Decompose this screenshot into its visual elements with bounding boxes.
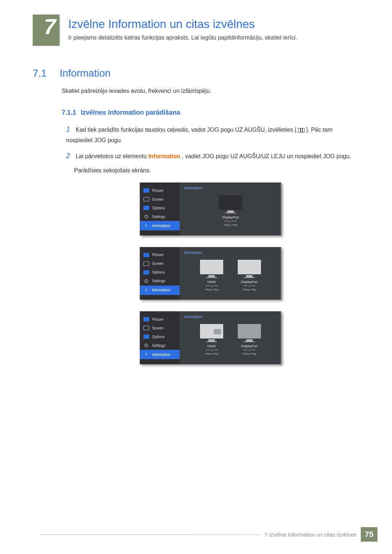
osd-main-panel: Information HDMI **** x **** **kHz **Hz (180, 247, 281, 300)
footer-chapter-label: 7 Izvēlne Information un citas izvēlnes (261, 532, 356, 538)
information-keyword: Information (148, 153, 180, 159)
osd-panel-title: Information (184, 186, 277, 190)
picture-icon (143, 317, 149, 321)
gear-icon (143, 214, 149, 219)
osd-menu-options: Options (140, 268, 180, 277)
screen-icon (143, 262, 149, 266)
step-number: 1 (66, 123, 74, 135)
monitor-icon (238, 324, 261, 338)
osd-screen-row: HDMI **** x **** **kHz **Hz DisplayPort … (184, 260, 277, 292)
section-7-1: 7.1 Information Skatiet pašreizējo ievad… (33, 67, 359, 94)
monitor-icon (219, 195, 242, 210)
osd-menu-picture: Picture (140, 315, 180, 324)
osd-panel-title: Information (184, 251, 277, 255)
osd-menu-options: Options (140, 204, 180, 212)
step-list: 1 Kad tiek parādīts funkcijas taustiņu c… (66, 123, 359, 175)
chapter-number-badge: 7 (33, 15, 60, 46)
manual-page: 7 Izvēlne Information un citas izvēlnes … (0, 0, 392, 554)
osd-menu-screen: Screen (140, 259, 180, 268)
osd-menu-settings: Settings (140, 277, 180, 286)
signal-label: DisplayPort **** x **** **kHz **Hz (241, 280, 258, 292)
svg-point-1 (145, 280, 148, 283)
options-icon (143, 206, 149, 210)
osd-menu-information: iInformation (140, 221, 180, 230)
screen-icon (143, 197, 149, 201)
osd-screenshot-2: Picture Screen Options Settings iInforma… (140, 247, 281, 300)
monitor-base (206, 277, 217, 278)
options-icon (143, 335, 149, 339)
signal-label: DisplayPort **** x **** **kHz **Hz (222, 216, 239, 227)
monitor-icon (200, 324, 223, 338)
screen-icon (143, 326, 149, 330)
osd-menu-options: Options (140, 332, 180, 341)
monitor-icon (200, 260, 223, 274)
section-title: Information (60, 67, 110, 79)
osd-main-panel: Information HDMI **** x **** **kHz **Hz (180, 311, 281, 364)
osd-menu-screen: Screen (140, 324, 180, 332)
signal-label: HDMI **** x **** **kHz **Hz (205, 344, 219, 356)
step-2-text-c: Parādīsies sekojošais ekrāns. (74, 165, 359, 175)
osd-display-1: DisplayPort **** x **** **kHz **Hz (219, 195, 242, 227)
monitor-icon (238, 260, 261, 274)
step-1-text-a: Kad tiek parādīts funkcijas taustiņu ceļ… (75, 127, 296, 133)
osd-display-dp: DisplayPort **** x **** **kHz **Hz (238, 260, 261, 292)
step-2-text-b: , vadiet JOG pogu UZ AUGŠU/UZ LEJU un no… (182, 153, 351, 159)
step-2-text-a: Lai pārvietotos uz elementu (75, 153, 148, 159)
info-icon: i (143, 352, 149, 357)
gear-icon (143, 279, 149, 283)
pip-overlay (214, 329, 221, 334)
monitor-base (225, 213, 236, 213)
menu-icon (298, 128, 305, 132)
osd-menu-picture: Picture (140, 186, 180, 195)
osd-panel-title: Information (184, 315, 277, 319)
page-number: 75 (361, 527, 377, 542)
options-icon (143, 270, 149, 275)
picture-icon (143, 188, 149, 193)
chapter-title: Izvēlne Information un citas izvēlnes (68, 17, 297, 31)
osd-menu-information: iInformation (140, 286, 180, 295)
step-1: 1 Kad tiek parādīts funkcijas taustiņu c… (66, 123, 359, 145)
osd-menu-information: iInformation (140, 350, 180, 359)
info-icon: i (143, 288, 149, 293)
step-number: 2 (66, 149, 74, 162)
osd-menu-screen: Screen (140, 195, 180, 204)
picture-icon (143, 253, 149, 257)
step-2: 2 Lai pārvietotos uz elementu Informatio… (66, 149, 359, 175)
chapter-heading-block: Izvēlne Information un citas izvēlnes Ir… (68, 15, 297, 41)
page-footer: 7 Izvēlne Information un citas izvēlnes … (0, 527, 392, 542)
svg-point-0 (145, 215, 148, 218)
osd-sidebar: Picture Screen Options Settings iInforma… (140, 247, 180, 300)
monitor-base (206, 341, 217, 342)
osd-screenshot-3: Picture Screen Options Settings iInforma… (140, 311, 281, 364)
osd-sidebar: Picture Screen Options Settings iInforma… (140, 182, 180, 235)
osd-menu-settings: Settings (140, 341, 180, 350)
osd-screen-row: DisplayPort **** x **** **kHz **Hz (184, 195, 277, 227)
gear-icon (143, 343, 149, 348)
info-icon: i (143, 223, 149, 228)
monitor-base (244, 277, 255, 278)
section-number: 7.1 (33, 67, 58, 79)
signal-label: DisplayPort **** x **** **kHz **Hz (241, 344, 258, 356)
osd-screenshot-1: Picture Screen Options Settings iInforma… (140, 182, 281, 235)
osd-display-hdmi: HDMI **** x **** **kHz **Hz (200, 324, 223, 356)
osd-menu-picture: Picture (140, 251, 180, 259)
subsection-7-1-1: 7.1.1 Izvēlnes Information parādīšana 1 … (62, 109, 359, 364)
section-body: Skatiet pašreizējo ievades avotu, frekve… (62, 88, 359, 94)
osd-display-hdmi: HDMI **** x **** **kHz **Hz (200, 260, 223, 292)
subsection-title: Izvēlnes Information parādīšana (81, 109, 180, 116)
svg-point-2 (145, 344, 148, 347)
osd-menu-settings: Settings (140, 212, 180, 221)
osd-screen-row: HDMI **** x **** **kHz **Hz DisplayPort … (184, 324, 277, 356)
chapter-description: Ir pieejams detalizēts katras funkcijas … (68, 34, 297, 41)
osd-sidebar: Picture Screen Options Settings iInforma… (140, 311, 180, 364)
osd-screenshots: Picture Screen Options Settings iInforma… (62, 182, 359, 364)
osd-display-dp: DisplayPort **** x **** **kHz **Hz (238, 324, 261, 356)
signal-label: HDMI **** x **** **kHz **Hz (205, 280, 219, 292)
subsection-number: 7.1.1 (62, 109, 76, 116)
chapter-header: 7 Izvēlne Information un citas izvēlnes … (33, 15, 359, 46)
osd-main-panel: Information DisplayPort **** x **** **kH… (180, 182, 281, 235)
monitor-base (244, 341, 255, 342)
